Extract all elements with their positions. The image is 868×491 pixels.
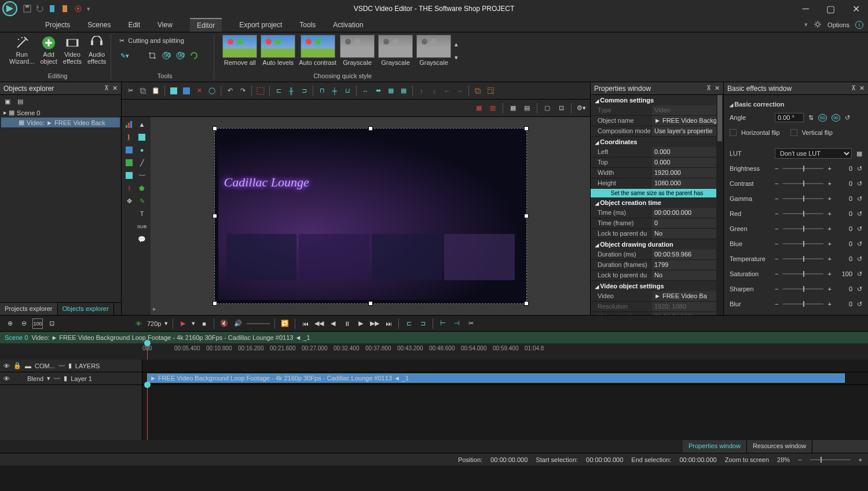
angle-input[interactable]: [775, 113, 804, 122]
slider-red-inc[interactable]: +: [828, 210, 832, 217]
resize-handle-br[interactable]: [524, 301, 529, 306]
zoom-out-icon[interactable]: ⊖: [19, 318, 29, 329]
grid-icon[interactable]: ▦: [508, 103, 518, 113]
resize-handle-ml[interactable]: [213, 214, 217, 218]
spacing2-icon[interactable]: ▦: [398, 86, 409, 96]
mark-in-icon[interactable]: ⊏: [404, 318, 414, 329]
prop-top[interactable]: 0.000: [652, 157, 723, 167]
go-start-icon[interactable]: ⏮: [300, 318, 310, 329]
tl-bar-icon[interactable]: ▮: [68, 362, 72, 369]
prop-width[interactable]: 1920.000: [652, 168, 723, 178]
track-wave-icon[interactable]: 〰: [54, 375, 60, 382]
slider-temperature-inc[interactable]: +: [828, 255, 832, 262]
add-object-button[interactable]: Add object: [39, 35, 58, 66]
tab-resources-window[interactable]: Resources window: [747, 440, 812, 453]
align-top-icon[interactable]: ⊓: [317, 86, 327, 96]
track-eye-icon[interactable]: 👁: [3, 375, 10, 382]
slider-brightness[interactable]: [783, 168, 823, 169]
mute-icon[interactable]: 🔇: [219, 318, 229, 329]
slider-contrast[interactable]: [783, 183, 823, 184]
btn-same-size[interactable]: Set the same size as the parent has: [591, 189, 723, 197]
menu-view[interactable]: View: [158, 21, 173, 29]
timeline-clip[interactable]: ► FREE Video Background Loop Footage - 4…: [147, 373, 845, 383]
video-preview[interactable]: Cadillac Lounge: [214, 128, 527, 304]
tree-video-item[interactable]: ▦Video: ► FREE Video Back: [1, 118, 120, 127]
preview-eye-icon[interactable]: 👁: [133, 318, 144, 329]
exp-collapse-icon[interactable]: ▣: [2, 96, 13, 107]
menu-tools[interactable]: Tools: [299, 21, 316, 29]
undo-icon[interactable]: ↶: [225, 86, 235, 96]
playhead[interactable]: [147, 343, 148, 360]
prop-video[interactable]: ► FREE Video Ba: [652, 291, 723, 301]
dist-h-icon[interactable]: ↔: [360, 86, 371, 96]
tl-scene-label[interactable]: Scene 0: [5, 334, 28, 341]
vflip-checkbox[interactable]: [790, 129, 797, 136]
prop-timef[interactable]: 0: [652, 218, 723, 228]
zoom-slider[interactable]: [810, 459, 851, 460]
step-back-icon[interactable]: ◀: [328, 318, 338, 329]
menu-editor[interactable]: Editor: [190, 18, 222, 32]
eq-tool-icon[interactable]: ⦀: [124, 183, 134, 193]
crop-tool-icon[interactable]: [147, 50, 158, 61]
slider-green-inc[interactable]: +: [828, 225, 832, 232]
slider-temperature-dec[interactable]: −: [775, 255, 778, 262]
copy-icon[interactable]: ⿻: [138, 86, 148, 96]
menu-activation[interactable]: Activation: [333, 21, 363, 29]
close-panel-icon[interactable]: ✕: [715, 85, 720, 92]
options-label[interactable]: Options: [827, 21, 849, 28]
menu-projects[interactable]: Projects: [45, 21, 70, 29]
slider-sharpen-reset-icon[interactable]: ↺: [857, 285, 862, 293]
prop-objectname[interactable]: ► FREE Video Backg: [652, 116, 723, 126]
redo-icon[interactable]: ↷: [237, 86, 248, 96]
canvas-expand-icon[interactable]: ▸: [153, 305, 156, 313]
next-frame-icon[interactable]: ▶▶: [369, 318, 380, 329]
prop-timems[interactable]: 00:00:00.000: [652, 208, 723, 218]
play-dropdown-icon[interactable]: ▾: [192, 320, 195, 327]
angle-reset-icon[interactable]: ↺: [845, 114, 850, 122]
quick-more-icon[interactable]: ▴▾: [455, 35, 463, 61]
lut-select[interactable]: Don't use LUT: [775, 148, 852, 159]
align-right-icon[interactable]: ⊐: [299, 86, 309, 96]
pin-icon[interactable]: ⊼: [706, 85, 711, 92]
qat-doc-icon[interactable]: [49, 5, 57, 13]
spacing-icon[interactable]: ▦: [386, 86, 396, 96]
slider-saturation[interactable]: [783, 273, 823, 274]
pointer-tool-icon[interactable]: ▲: [137, 119, 147, 130]
qat-undo-icon[interactable]: [36, 5, 44, 13]
slider-sharpen-dec[interactable]: −: [775, 285, 778, 292]
res-dropdown-icon[interactable]: ▾: [164, 320, 168, 327]
dist-v-icon[interactable]: ⬌: [373, 86, 383, 96]
gear-icon[interactable]: [814, 20, 822, 30]
slider-green-dec[interactable]: −: [775, 225, 778, 232]
stop-icon[interactable]: ■: [199, 318, 209, 329]
preview-resolution[interactable]: 720p: [147, 320, 161, 327]
menu-edit[interactable]: Edit: [128, 21, 140, 29]
close-button[interactable]: ✕: [852, 3, 860, 14]
arrow-right-icon[interactable]: →: [455, 86, 465, 96]
qat-doc2-icon[interactable]: [61, 5, 69, 13]
section-common[interactable]: Common settings: [591, 95, 723, 105]
slider-red[interactable]: [783, 213, 823, 214]
prop-lock2[interactable]: No: [652, 270, 723, 280]
pen-tool-icon[interactable]: ✎▾: [119, 50, 130, 61]
go-end-icon[interactable]: ⏭: [383, 318, 394, 329]
split-icon[interactable]: ⊢: [438, 318, 448, 329]
zoom-out-btn[interactable]: −: [798, 456, 801, 463]
section-drawing[interactable]: Object drawing duration: [591, 239, 723, 250]
quick-autolevels[interactable]: Auto levels: [261, 35, 295, 66]
delete-icon[interactable]: ✕: [194, 86, 204, 96]
chart-tool-icon[interactable]: [124, 119, 134, 130]
pin-icon[interactable]: ⊼: [104, 85, 109, 92]
resize-handle-mr[interactable]: [524, 214, 529, 218]
subtitle-tool-icon[interactable]: SUB: [137, 221, 147, 232]
slider-brightness-reset-icon[interactable]: ↺: [857, 165, 862, 173]
layout-2-icon[interactable]: ▥: [488, 103, 498, 113]
play-icon[interactable]: ▶: [178, 318, 188, 329]
tl-lock-icon[interactable]: 🔒: [13, 362, 21, 369]
vol-icon[interactable]: 🔊: [233, 318, 243, 329]
slider-red-reset-icon[interactable]: ↺: [857, 210, 862, 218]
prop-durf[interactable]: 1799: [652, 260, 723, 270]
select-all-icon[interactable]: [255, 86, 266, 96]
slider-contrast-reset-icon[interactable]: ↺: [857, 180, 862, 188]
slider-saturation-reset-icon[interactable]: ↺: [857, 270, 862, 278]
